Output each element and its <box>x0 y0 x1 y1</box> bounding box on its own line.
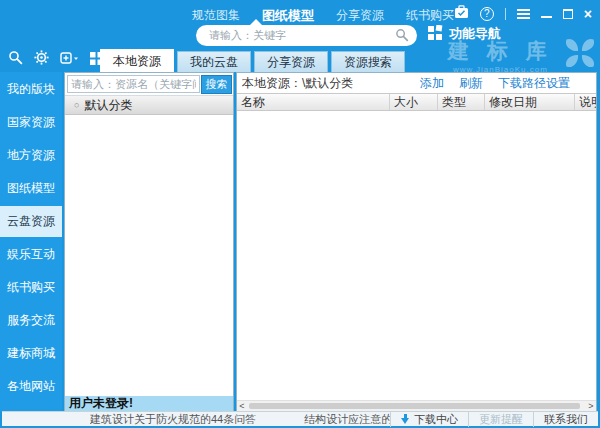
minimize-icon[interactable] <box>541 16 552 18</box>
menu-icon[interactable] <box>517 9 530 19</box>
global-search <box>196 25 417 46</box>
table-column-header[interactable]: 大小 <box>390 94 438 110</box>
news-link[interactable]: 建筑设计关于防火规范的44条问答 <box>90 412 256 427</box>
tree-item[interactable]: ○ 默认分类 <box>65 96 233 115</box>
function-nav-label: 功能导航 <box>449 25 501 43</box>
news-ticker: 建筑设计关于防火规范的44条问答结构设计应注意的问题（下）建筑安全玻璃 <box>90 412 390 427</box>
table-column-header[interactable]: 名称 <box>237 94 390 110</box>
help-icon[interactable]: ? <box>480 7 494 21</box>
list-actions: 添加刷新下载路径设置 <box>420 75 596 92</box>
table-column-header[interactable]: 类型 <box>438 94 485 110</box>
gear-icon[interactable] <box>34 50 49 69</box>
status-bar: 建筑设计关于防火规范的44条问答结构设计应注意的问题（下）建筑安全玻璃 下载中心… <box>2 411 598 426</box>
sidebar-item[interactable]: 建标商城 <box>0 338 62 369</box>
app-window: 规范图集图纸模型分享资源纸书购买 ? × <box>0 0 600 428</box>
maximize-icon[interactable] <box>563 9 573 19</box>
status-link-label: 更新提醒 <box>479 412 523 427</box>
status-link[interactable]: 下载中心 <box>390 412 468 427</box>
search-tool-icon[interactable] <box>8 50 23 69</box>
resource-tab[interactable]: 本地资源 <box>100 49 174 72</box>
window-controls: ? × <box>454 5 592 23</box>
news-link[interactable]: 结构设计应注意的问题（下） <box>304 412 390 427</box>
tree-item-label: 默认分类 <box>84 97 132 114</box>
category-search-button[interactable]: 搜索 <box>201 75 232 94</box>
list-header: 本地资源：\默认分类 添加刷新下载路径设置 <box>237 73 596 93</box>
status-link-label: 下载中心 <box>414 412 458 427</box>
resource-tabs: 本地资源我的云盘分享资源资源搜索 <box>100 49 405 72</box>
category-panel: 搜索 ○ 默认分类 用户未登录! <box>64 72 234 412</box>
list-action-link[interactable]: 添加 <box>420 75 444 92</box>
scroll-left-icon[interactable]: < <box>237 401 247 411</box>
login-status[interactable]: 用户未登录! <box>65 396 233 411</box>
status-links: 下载中心 更新提醒 联系我们 <box>390 412 598 426</box>
resource-tab[interactable]: 资源搜索 <box>331 51 405 72</box>
sidebar-item[interactable]: 地方资源 <box>0 140 62 171</box>
tree-bullet-icon: ○ <box>74 100 79 110</box>
category-tree: ○ 默认分类 <box>65 96 233 115</box>
top-nav-item[interactable]: 纸书购买 <box>406 7 454 25</box>
table-column-header[interactable]: 修改日期 <box>485 94 575 110</box>
toolbar: 本地资源我的云盘分享资源资源搜索 <box>0 46 600 72</box>
search-icon[interactable] <box>395 28 409 46</box>
sidebar-item[interactable]: 娱乐互动 <box>0 239 62 270</box>
sidebar-item[interactable]: 各地网站 <box>0 371 62 402</box>
sidebar-item[interactable]: 图纸模型 <box>0 173 62 204</box>
resource-list-panel: 本地资源：\默认分类 添加刷新下载路径设置 名称大小类型修改日期说明 < > <box>236 72 597 412</box>
sidebar-item[interactable]: 纸书购买 <box>0 272 62 303</box>
add-pin-icon[interactable] <box>60 51 79 69</box>
top-nav-item[interactable]: 规范图集 <box>192 7 240 25</box>
resource-tab[interactable]: 我的云盘 <box>177 51 251 72</box>
top-nav-item[interactable]: 分享资源 <box>336 7 384 25</box>
title-bar: 规范图集图纸模型分享资源纸书购买 ? × <box>0 0 600 26</box>
list-action-link[interactable]: 刷新 <box>459 75 483 92</box>
download-arrow-icon <box>401 414 410 424</box>
top-nav-item[interactable]: 图纸模型 <box>262 7 314 25</box>
status-link-label: 联系我们 <box>544 412 588 427</box>
list-action-link[interactable]: 下载路径设置 <box>498 75 570 92</box>
status-link[interactable]: 更新提醒 <box>468 412 533 427</box>
scrollbar-thumb[interactable] <box>249 403 580 409</box>
function-nav-button[interactable]: 功能导航 <box>428 25 501 43</box>
top-nav: 规范图集图纸模型分享资源纸书购买 <box>192 7 454 25</box>
scroll-right-icon[interactable]: > <box>586 401 596 411</box>
table-column-header[interactable]: 说明 <box>575 94 596 110</box>
controls-divider <box>505 8 506 20</box>
sidebar-item[interactable]: 服务交流 <box>0 305 62 336</box>
grid-icon <box>428 25 443 43</box>
table-body <box>237 111 596 400</box>
sidebar: 我的版块国家资源地方资源图纸模型云盘资源娱乐互动纸书购买服务交流建标商城各地网站… <box>0 72 62 412</box>
sidebar-item[interactable]: 国家资源 <box>0 107 62 138</box>
toolbox-icon[interactable] <box>454 5 469 23</box>
sidebar-item[interactable]: 我的版块 <box>0 74 62 105</box>
table-header-row: 名称大小类型修改日期说明 <box>237 93 596 111</box>
current-path-label: 本地资源：\默认分类 <box>237 75 420 92</box>
sidebar-item[interactable]: 云盘资源 <box>0 206 62 237</box>
global-search-input[interactable] <box>209 26 387 44</box>
category-search-bar: 搜索 <box>65 73 233 96</box>
resource-tab[interactable]: 分享资源 <box>254 51 328 72</box>
category-search-input[interactable] <box>67 75 200 93</box>
status-link[interactable]: 联系我们 <box>533 412 598 427</box>
close-icon[interactable]: × <box>584 7 592 21</box>
horizontal-scrollbar[interactable]: < > <box>237 400 596 411</box>
